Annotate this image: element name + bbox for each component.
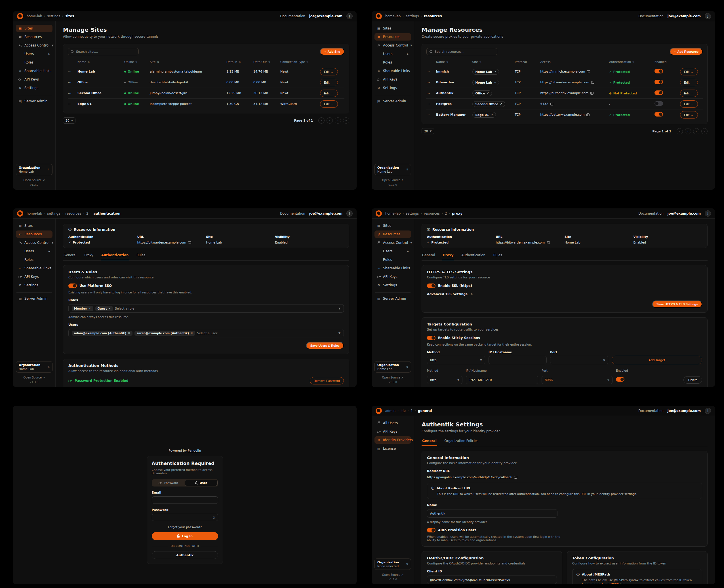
method-select[interactable]: http▼ [427,356,485,364]
authentik-sso-button[interactable]: Authentik [152,551,218,559]
sidebar-item-all-users[interactable]: All Users [375,419,411,427]
next-page-button[interactable]: › [335,118,341,124]
edit-button[interactable]: Edit→ [680,79,698,86]
add-site-button[interactable]: +Add Site [320,48,344,55]
edit-button[interactable]: Edit→ [320,68,338,76]
copy-icon[interactable] [590,92,593,95]
sidebar-item-access-control[interactable]: Access Control▼ [16,42,53,49]
password-field[interactable]: ⊙ [152,514,218,521]
documentation-link[interactable]: Documentation [280,14,305,18]
save-users-roles-button[interactable]: Save Users & Roles [306,342,344,349]
sidebar-item-resources[interactable]: ⇄Resources [375,231,411,238]
save-https-tls-button[interactable]: Save HTTPS & TLS Settings [652,300,702,308]
target-enabled-toggle[interactable] [616,377,624,382]
tab-general[interactable]: General [63,252,77,260]
copy-icon[interactable] [550,103,553,105]
edit-button[interactable]: Edit→ [320,79,338,86]
remove-chip-icon[interactable]: ✕ [128,332,130,335]
users-multiselect[interactable]: adam@example.com (Authentik)✕ sarah@exam… [68,329,344,337]
method-select[interactable]: http▼ [427,376,462,384]
pangolin-link[interactable]: Pangolin [188,449,201,453]
forgot-password-link[interactable]: Forgot your password? [152,525,218,529]
sidebar-item-sites[interactable]: ▦Sites [375,25,411,32]
tab-authentication[interactable]: Authentication [101,252,129,260]
sidebar-item-resources[interactable]: ⇄Resources [16,231,53,238]
sidebar-item-server-admin[interactable]: ▤Server Admin [16,98,53,105]
delete-target-button[interactable]: Delete [683,376,702,384]
organization-selector[interactable]: OrganizationNone selected ⇅ [375,559,411,570]
sidebar-item-identity-providers[interactable]: ⊛Identity Providers [375,436,411,444]
roles-multiselect[interactable]: Member✕ Guest✕ Select a role ▼ [68,304,344,313]
sidebar-item-license[interactable]: ▥License [375,445,411,452]
pangolin-logo-icon[interactable] [17,210,23,216]
platform-sso-toggle[interactable] [68,284,77,288]
prev-page-button[interactable]: ‹ [326,118,333,124]
edit-button[interactable]: Edit→ [680,100,698,108]
sidebar-item-users[interactable]: Users▶ [375,50,411,58]
auto-provision-toggle[interactable] [427,528,436,532]
remove-chip-icon[interactable]: ✕ [89,307,91,310]
row-menu-icon[interactable]: ⋯ [426,113,436,117]
site-link-badge[interactable]: Edge 01↗ [472,112,496,118]
next-page-button[interactable]: › [693,128,699,134]
tab-general[interactable]: General [422,438,437,446]
edit-button[interactable]: Edit→ [320,100,338,108]
sidebar-item-server-admin[interactable]: ▤Server Admin [16,295,53,302]
avatar[interactable]: J [705,13,711,19]
sidebar-item-settings[interactable]: ⚙Settings [16,84,53,91]
row-menu-icon[interactable]: ⋯ [426,102,436,106]
sidebar-item-access-control[interactable]: Access Control▼ [16,239,53,246]
sidebar-item-access-control[interactable]: Access Control▼ [375,239,411,246]
first-page-button[interactable]: « [318,118,325,124]
page-size-select[interactable]: 20▼ [63,118,76,124]
port-input[interactable]: ⇅ [542,376,612,384]
remove-chip-icon[interactable]: ✕ [108,307,110,310]
remove-password-button[interactable]: Remove Password [310,377,344,384]
sidebar-item-shareable-links[interactable]: ∞Shareable Links [375,67,411,75]
enabled-toggle[interactable] [655,112,663,117]
copy-icon[interactable] [591,81,594,84]
sidebar-item-server-admin[interactable]: ▤Server Admin [375,295,411,302]
edit-button[interactable]: Edit→ [680,90,698,97]
avatar[interactable]: J [346,210,353,216]
user-email[interactable]: joe@example.com [667,211,701,215]
user-email[interactable]: joe@example.com [309,211,342,215]
site-link-badge[interactable]: Second Office↗ [472,101,505,107]
row-menu-icon[interactable]: ⋯ [426,70,436,74]
tab-authentication[interactable]: Authentication [461,252,486,260]
edit-button[interactable]: Edit→ [680,111,698,119]
copy-icon[interactable] [547,241,549,244]
open-source-link[interactable]: Open Source ↗ [16,376,53,379]
site-link-badge[interactable]: Home Lab↗ [472,80,499,85]
row-menu-icon[interactable]: ⋯ [426,81,436,84]
enabled-toggle[interactable] [655,69,663,74]
site-link-badge[interactable]: Office↗ [472,90,492,96]
user-email[interactable]: joe@example.com [309,14,342,18]
documentation-link[interactable]: Documentation [280,211,305,215]
sidebar-item-access-control[interactable]: Access Control▼ [375,42,411,49]
sidebar-item-shareable-links[interactable]: ∞Shareable Links [16,67,53,75]
add-target-button[interactable]: Add Target [612,356,702,364]
eye-icon[interactable]: ⊙ [213,516,215,519]
port-input[interactable]: ⇅ [550,356,608,364]
sidebar-item-api-keys[interactable]: API Keys [375,76,411,83]
sidebar-item-resources[interactable]: ⇄Resources [375,33,411,41]
documentation-link[interactable]: Documentation [638,14,664,18]
ip-hostname-input[interactable] [488,356,547,364]
sidebar-item-sites[interactable]: ▦Sites [375,222,411,229]
sidebar-item-shareable-links[interactable]: ∞Shareable Links [16,265,53,272]
sidebar-item-server-admin[interactable]: ▤Server Admin [375,98,411,105]
sidebar-item-settings[interactable]: ⚙Settings [16,281,53,289]
documentation-link[interactable]: Documentation [638,409,664,413]
prev-page-button[interactable]: ‹ [685,128,691,134]
organization-selector[interactable]: OrganizationHome Lab ⇅ [375,361,411,373]
idp-name-input[interactable] [427,509,558,518]
sidebar-item-roles[interactable]: Roles [16,256,53,264]
pangolin-logo-icon[interactable] [376,13,382,19]
pangolin-logo-icon[interactable] [376,408,382,414]
sidebar-item-settings[interactable]: ⚙Settings [375,281,411,289]
row-menu-icon[interactable]: ⋯ [68,102,77,106]
tab-organization-policies[interactable]: Organization Policies [444,438,479,446]
ip-hostname-input[interactable] [466,376,538,384]
row-menu-icon[interactable]: ⋯ [68,81,77,84]
